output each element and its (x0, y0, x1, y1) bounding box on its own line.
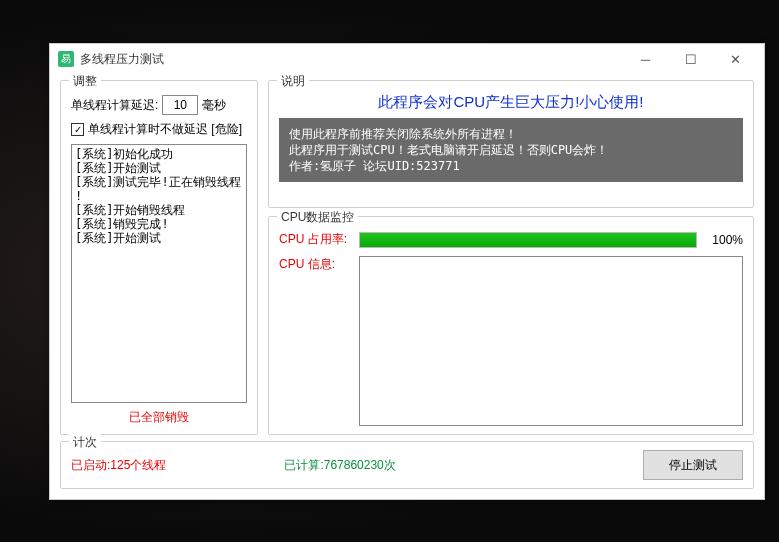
titlebar[interactable]: 多线程压力测试 ─ ☐ ✕ (50, 44, 764, 74)
description-group-label: 说明 (277, 73, 309, 90)
calc-value: 767860230次 (324, 458, 396, 472)
calc-prefix: 已计算: (284, 458, 323, 472)
window-controls: ─ ☐ ✕ (623, 45, 758, 73)
close-button[interactable]: ✕ (713, 45, 758, 73)
cpu-usage-row: CPU 占用率: 100% (279, 231, 743, 248)
maximize-button[interactable]: ☐ (668, 45, 713, 73)
window-title: 多线程压力测试 (80, 51, 623, 68)
top-row: 调整 单线程计算延迟: 毫秒 ✓ 单线程计算时不做延迟 [危险] [系统]初始化… (60, 80, 754, 435)
warning-body: 使用此程序前推荐关闭除系统外所有进程！ 此程序用于测试CPU！老式电脑请开启延迟… (279, 118, 743, 182)
delay-label-suffix: 毫秒 (202, 97, 226, 114)
left-column: 调整 单线程计算延迟: 毫秒 ✓ 单线程计算时不做延迟 [危险] [系统]初始化… (60, 80, 258, 435)
count-group: 计次 已启动:125个线程 已计算:767860230次 停止测试 (60, 441, 754, 489)
adjust-group-label: 调整 (69, 73, 101, 90)
destroy-status-label: 已全部销毁 (71, 409, 247, 426)
no-delay-label: 单线程计算时不做延迟 [危险] (88, 121, 242, 138)
no-delay-checkbox-row[interactable]: ✓ 单线程计算时不做延迟 [危险] (71, 121, 247, 138)
count-group-label: 计次 (69, 434, 101, 451)
cpu-group-label: CPU数据监控 (277, 209, 358, 226)
warning-title: 此程序会对CPU产生巨大压力!小心使用! (279, 93, 743, 112)
cpu-info-textarea[interactable] (359, 256, 743, 426)
cpu-info-row: CPU 信息: (279, 256, 743, 426)
main-window: 多线程压力测试 ─ ☐ ✕ 调整 单线程计算延迟: 毫秒 ✓ 单线程计算 (49, 43, 765, 500)
cpu-usage-percent: 100% (705, 233, 743, 247)
delay-label-prefix: 单线程计算延迟: (71, 97, 158, 114)
cpu-usage-label: CPU 占用率: (279, 231, 351, 248)
cpu-usage-progressbar (359, 232, 697, 248)
adjust-group: 调整 单线程计算延迟: 毫秒 ✓ 单线程计算时不做延迟 [危险] [系统]初始化… (60, 80, 258, 435)
threads-started-label: 已启动:125个线程 (71, 457, 166, 474)
content-area: 调整 单线程计算延迟: 毫秒 ✓ 单线程计算时不做延迟 [危险] [系统]初始化… (50, 74, 764, 499)
cpu-monitor-group: CPU数据监控 CPU 占用率: 100% CPU 信息: (268, 216, 754, 435)
app-icon (58, 51, 74, 67)
cpu-usage-fill (360, 233, 696, 247)
started-value: 125个线程 (110, 458, 166, 472)
log-textarea[interactable]: [系统]初始化成功 [系统]开始测试 [系统]测试完毕!正在销毁线程 ! [系统… (71, 144, 247, 403)
started-prefix: 已启动: (71, 458, 110, 472)
description-group: 说明 此程序会对CPU产生巨大压力!小心使用! 使用此程序前推荐关闭除系统外所有… (268, 80, 754, 208)
calculations-label: 已计算:767860230次 (184, 457, 625, 474)
stop-test-button[interactable]: 停止测试 (643, 450, 743, 480)
checkbox-icon[interactable]: ✓ (71, 123, 84, 136)
right-column: 说明 此程序会对CPU产生巨大压力!小心使用! 使用此程序前推荐关闭除系统外所有… (268, 80, 754, 435)
cpu-info-label: CPU 信息: (279, 256, 351, 426)
minimize-button[interactable]: ─ (623, 45, 668, 73)
delay-field-row: 单线程计算延迟: 毫秒 (71, 95, 247, 115)
delay-input[interactable] (162, 95, 198, 115)
